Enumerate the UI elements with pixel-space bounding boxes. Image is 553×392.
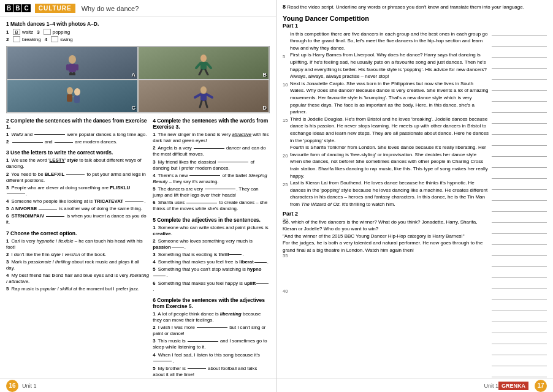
s6-title: 6 Complete the sentences with the adject…: [153, 297, 270, 309]
s4-title: 4 Complete the sentences with the words …: [153, 118, 270, 130]
svg-line-11: [205, 70, 208, 75]
svg-rect-5: [72, 72, 75, 75]
s3-item5: 5 A NIVORSE is another way of doing the …: [6, 206, 149, 212]
s4-item4: 4 There's a new of the ballet Sleeping B…: [153, 173, 270, 185]
s5-title: 5 Complete the adjectives in the sentenc…: [153, 217, 270, 223]
right-page-num: 17: [535, 380, 547, 392]
part1-label: Part 1: [283, 23, 489, 29]
s3-item4: 4 Someone who people like looking at is …: [6, 198, 149, 205]
ans-line-21: [492, 247, 547, 256]
section-3: 3 Use the letters to write the correct w…: [6, 149, 149, 225]
s5-item1: 1 Someone who can write stories and pain…: [153, 225, 270, 237]
section-1: 1 Match dances 1–4 with photos A–D. 1 B …: [6, 21, 270, 113]
header-title: Why do we dance?: [82, 5, 139, 12]
article-layout: Young Dancer Competition Part 1 5 10 15 …: [283, 15, 547, 379]
culture-label: CULTURE: [35, 4, 75, 13]
s6-item3: 3 This music is and I sometimes go to sl…: [153, 338, 270, 350]
image-c: C: [7, 80, 138, 113]
s5-item4: 4 Something that makes you feel free is …: [153, 259, 270, 265]
right-page: 8 Read the video script. Underline any w…: [276, 0, 553, 392]
ans-line-6: [492, 82, 547, 91]
svg-point-0: [69, 55, 76, 64]
ans-line-32: [492, 369, 547, 377]
ans-line-28: [492, 325, 547, 333]
match-row-2: 2 breaking 4 swing: [6, 36, 270, 42]
ans-line-14: [492, 170, 547, 179]
s3-item6: 6 STRNOIMPAIV is when you invent a dance…: [6, 213, 149, 225]
ans-line-4: [492, 60, 547, 69]
left-page: B B C CULTURE Why do we dance? 1 Match d…: [0, 0, 276, 392]
image-d: D: [138, 80, 269, 113]
article-title: Young Dancer Competition: [283, 15, 489, 22]
right-content: 8 Read the video script. Underline any w…: [276, 0, 553, 379]
ans-line-24: [492, 281, 547, 289]
s5-item3: 3 Something that is exciting is thrill.: [153, 252, 270, 258]
left-content: 1 Match dances 1–4 with photos A–D. 1 B …: [0, 17, 276, 379]
left-page-footer: 16 Unit 1: [0, 379, 276, 392]
match-row-1: 1 B waltz 3 popping: [6, 29, 270, 35]
section-1-title: 1 Match dances 1–4 with photos A–D.: [6, 21, 270, 27]
grenka-logo: GRENKA: [498, 382, 528, 390]
ans-line-27: [492, 314, 547, 322]
right-unit-label: Unit 1: [484, 383, 498, 389]
s4-item3: 3 My friend likes the classical of danci…: [153, 159, 270, 172]
ans-line-12: [492, 148, 547, 157]
bbc-b2: B: [13, 4, 21, 12]
svg-line-8: [196, 63, 200, 68]
ans-line-22: [492, 258, 547, 267]
svg-rect-1: [69, 64, 76, 72]
ans-line-25: [492, 292, 547, 300]
ans-line-13: [492, 159, 547, 168]
s4-item6: 6 Sharifa uses to create dances – she th…: [153, 200, 270, 212]
s3-item3: 3 People who are clever at doing somethi…: [6, 185, 149, 197]
s7-item2: 2 I don't like the film style / version …: [6, 252, 149, 258]
svg-line-10: [199, 70, 202, 75]
part1-text: 5 10 15 20 25 30 35 40 In this competiti…: [283, 31, 489, 208]
ans-line-2: [492, 38, 547, 47]
left-unit-label: Unit 1: [22, 383, 37, 389]
s5-item2: 2 Someone who loves something very much …: [153, 238, 270, 251]
svg-line-21: [200, 101, 202, 107]
section-2: 2 Complete the sentences with the dances…: [6, 118, 149, 145]
img-label-a: A: [132, 72, 136, 78]
img-label-b: B: [263, 72, 267, 78]
svg-rect-15: [74, 96, 80, 103]
ans-line-30: [492, 347, 547, 355]
s7-item3: 3 Mark is passionate / thrilling about r…: [6, 259, 149, 271]
ans-line-16: [492, 192, 547, 201]
s4-item2: 2 Angela is a very dancer and can do the…: [153, 145, 270, 157]
img-label-c: C: [132, 105, 136, 111]
s7-item4: 4 My best friend has blond hair and blue…: [6, 273, 149, 285]
left-col-main: 2 Complete the sentences with the dances…: [6, 118, 149, 379]
s6-item2: 2 I wish I was more but I can't sing or …: [153, 325, 270, 337]
bbc-b1: B: [5, 4, 13, 12]
right-page-footer: Unit 1 GRENKA 17: [276, 379, 553, 392]
instruction-8: 8 Read the video script. Underline any w…: [283, 4, 547, 11]
ans-line-5: [492, 71, 547, 80]
ans-line-8: [492, 104, 547, 113]
svg-line-9: [207, 63, 211, 68]
s3-item1: 1 We use the word 'LESTY' style to talk …: [6, 157, 149, 170]
s6-item1: 1 A lot of people think dance is liberat…: [153, 311, 270, 323]
image-b: B: [138, 47, 269, 80]
svg-line-19: [195, 94, 200, 97]
ans-line-18: [492, 214, 547, 223]
ans-line-11: [492, 137, 547, 146]
svg-point-12: [67, 87, 73, 94]
left-page-num: 16: [6, 380, 18, 392]
ans-line-23: [492, 270, 547, 278]
ans-line-17: [492, 203, 547, 212]
article-main: Young Dancer Competition Part 1 5 10 15 …: [283, 15, 489, 379]
svg-rect-4: [69, 72, 72, 75]
image-grid: A B C D: [6, 46, 270, 113]
ans-line-9: [492, 115, 547, 124]
section-5: 5 Complete the adjectives in the sentenc…: [153, 217, 270, 293]
ans-line-10: [492, 126, 547, 135]
s3-item2: 2 You need to be BLEFXIL to put your arm…: [6, 172, 149, 184]
s5-item6: 6 Something that makes you feel happy is…: [153, 281, 270, 293]
svg-rect-3: [75, 64, 78, 70]
svg-rect-2: [66, 64, 69, 70]
bbc-c: C: [22, 4, 30, 12]
lines-container: 5 10 15 20 25 30 35 40 In this competiti…: [290, 31, 489, 208]
svg-point-14: [74, 88, 80, 96]
